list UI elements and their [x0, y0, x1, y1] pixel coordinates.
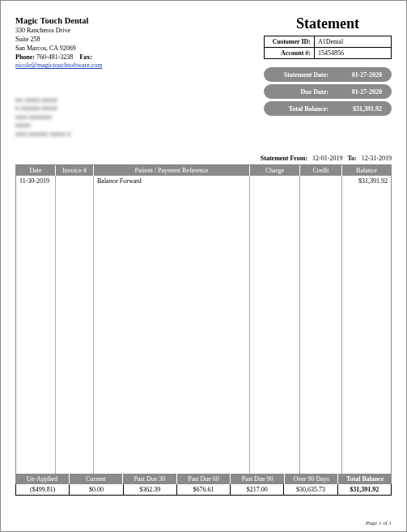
- company-email: nicole@magictouchsoftware.com: [15, 62, 103, 69]
- range-to-label: To:: [347, 155, 356, 162]
- company-phone-line: Phone: 760-481-3238 Fax:: [15, 53, 103, 62]
- col-charge: Charge: [250, 165, 300, 176]
- col-credit: Credit: [300, 165, 342, 176]
- ag-h-pd30: Past Due 30: [123, 474, 177, 484]
- page-number: Page 1 of 1: [366, 520, 392, 526]
- customer-id-value: A1Dental: [315, 36, 391, 47]
- cell-charge: [250, 176, 300, 480]
- phone-label: Phone:: [15, 53, 35, 61]
- ag-v-over90: $30,635.73: [284, 484, 337, 495]
- col-reference: Patient / Payment Reference: [94, 165, 250, 176]
- total-balance-pill: Total Balance: $31,391.92: [264, 101, 392, 116]
- table-body: 11-30-2019 Balance Forward $31,391.92: [16, 176, 391, 480]
- statement-date-label: Statement Date:: [277, 71, 338, 79]
- right-header: Statement Customer ID: A1Dental Account …: [264, 15, 392, 116]
- range-from-label: Statement From:: [261, 155, 307, 162]
- col-balance: Balance: [342, 165, 391, 176]
- phone-value: 760-481-3238: [36, 53, 73, 61]
- due-date-label: Due Date:: [277, 88, 338, 96]
- company-suite: Suite 258: [15, 36, 103, 45]
- ag-v-total: $31,391.92: [338, 484, 391, 495]
- company-city: San Marcos, CA 92069: [15, 45, 103, 53]
- statement-range: Statement From: 12-01-2019 To: 12-31-201…: [261, 155, 392, 162]
- total-balance-value: $31,391.92: [338, 105, 382, 113]
- statement-date-pill: Statement Date: 01-27-2020: [264, 67, 392, 82]
- ag-h-over90: Over 90 Days: [285, 474, 339, 484]
- aging-values: ($499.81) $0.00 $362.39 $676.61 $217.00 …: [15, 484, 392, 496]
- recipient-address-block: ■■ ■■■■ ■■■■■ ■■■■■ ■■■■■■■ ■■■■■■■■■■■■…: [15, 96, 121, 135]
- due-date-pill: Due Date: 01-27-2020: [264, 84, 392, 99]
- ag-v-pd90: $217.00: [231, 484, 284, 495]
- account-row: Account #: 15454856: [265, 47, 391, 58]
- col-invoice: Invoice #: [56, 165, 94, 176]
- account-value: 15454856: [315, 48, 391, 58]
- cell-invoice: [56, 176, 94, 480]
- account-label: Account #:: [265, 48, 315, 58]
- fax-label: Fax:: [79, 53, 92, 61]
- cell-balance: $31,391.92: [342, 176, 391, 480]
- ag-h-pd60: Past Due 60: [177, 474, 231, 484]
- cell-date: 11-30-2019: [16, 176, 56, 480]
- cell-reference: Balance Forward: [94, 176, 250, 480]
- statement-title: Statement: [264, 15, 392, 32]
- ag-v-unapplied: ($499.81): [16, 484, 70, 495]
- total-balance-label: Total Balance:: [277, 105, 338, 113]
- statement-page: Magic Touch Dental 330 Rancheros Drive S…: [0, 0, 407, 532]
- table-header: Date Invoice # Patient / Payment Referen…: [16, 165, 391, 176]
- col-date: Date: [16, 165, 56, 176]
- customer-id-row: Customer ID: A1Dental: [265, 36, 391, 47]
- range-from-value: 12-01-2019: [312, 155, 342, 162]
- ag-h-unapplied: Un-Applied: [15, 474, 70, 484]
- range-to-value: 12-31-2019: [362, 155, 392, 162]
- ag-v-pd60: $676.61: [177, 484, 231, 495]
- aging-table: Un-Applied Current Past Due 30 Past Due …: [15, 474, 392, 496]
- ag-v-pd30: $362.39: [124, 484, 177, 495]
- customer-id-label: Customer ID:: [265, 36, 315, 47]
- ag-h-total: Total Balance: [338, 474, 392, 484]
- transactions-table: Date Invoice # Patient / Payment Referen…: [15, 164, 392, 481]
- company-street: 330 Rancheros Drive: [15, 27, 103, 36]
- id-box: Customer ID: A1Dental Account #: 1545485…: [264, 36, 392, 59]
- statement-date-value: 01-27-2020: [338, 71, 382, 79]
- ag-h-current: Current: [70, 474, 124, 484]
- cell-credit: [300, 176, 342, 480]
- ag-h-pd90: Past Due 90: [231, 474, 285, 484]
- due-date-value: 01-27-2020: [338, 88, 382, 96]
- aging-header: Un-Applied Current Past Due 30 Past Due …: [15, 474, 392, 484]
- company-name: Magic Touch Dental: [15, 15, 103, 27]
- summary-pills: Statement Date: 01-27-2020 Due Date: 01-…: [264, 67, 392, 116]
- ag-v-current: $0.00: [70, 484, 123, 495]
